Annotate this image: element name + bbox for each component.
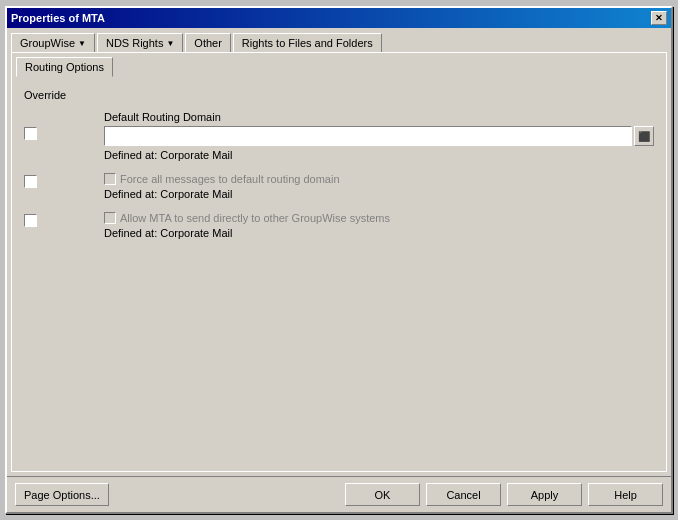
- tab-panel: Routing Options Override: [11, 52, 667, 472]
- override-checkbox-1[interactable]: [24, 127, 37, 140]
- override-label: Override: [24, 89, 66, 101]
- help-button[interactable]: Help: [588, 483, 663, 506]
- force-messages-checkbox-item: Force all messages to default routing do…: [104, 173, 654, 185]
- window-content: GroupWise ▼ NDS Rights ▼ Other Rights to…: [7, 28, 671, 476]
- title-bar: Properties of MTA ✕: [7, 8, 671, 28]
- override-cb-col-3: [24, 212, 104, 239]
- override-cb-col-1: [24, 111, 104, 161]
- override-checkbox-3[interactable]: [24, 214, 37, 227]
- tab-groupwise[interactable]: GroupWise ▼: [11, 33, 95, 53]
- section-default-routing-domain: Default Routing Domain ⬛ Defined at: Cor…: [24, 111, 654, 161]
- tab-other[interactable]: Other: [185, 33, 231, 53]
- bottom-bar: Page Options... OK Cancel Apply Help: [7, 476, 671, 512]
- tab-nds-rights[interactable]: NDS Rights ▼: [97, 33, 183, 53]
- content-spacer: [24, 251, 654, 461]
- force-messages-field-col: Force all messages to default routing do…: [104, 173, 654, 200]
- page-options-button[interactable]: Page Options...: [15, 483, 109, 506]
- sub-tabs-row: Routing Options: [12, 53, 666, 77]
- btn-group: OK Cancel Apply Help: [345, 483, 663, 506]
- close-button[interactable]: ✕: [651, 11, 667, 25]
- allow-mta-checkbox-item: Allow MTA to send directly to other Grou…: [104, 212, 654, 224]
- ok-button[interactable]: OK: [345, 483, 420, 506]
- allow-mta-field-col: Allow MTA to send directly to other Grou…: [104, 212, 654, 239]
- tabs-row: GroupWise ▼ NDS Rights ▼ Other Rights to…: [11, 32, 667, 52]
- allow-mta-checkbox[interactable]: [104, 212, 116, 224]
- routing-domain-field-col: Default Routing Domain ⬛ Defined at: Cor…: [104, 111, 654, 161]
- allow-mta-label: Allow MTA to send directly to other Grou…: [120, 212, 390, 224]
- override-header-section: Override: [24, 87, 654, 105]
- allow-mta-defined-at: Defined at: Corporate Mail: [104, 227, 654, 239]
- force-messages-label: Force all messages to default routing do…: [120, 173, 340, 185]
- routing-domain-defined-at: Defined at: Corporate Mail: [104, 149, 654, 161]
- override-col: Override: [24, 87, 104, 105]
- window-title: Properties of MTA: [11, 12, 105, 24]
- routing-domain-input[interactable]: [104, 126, 632, 146]
- browse-button[interactable]: ⬛: [634, 126, 654, 146]
- chevron-down-icon: ▼: [78, 39, 86, 48]
- main-window: Properties of MTA ✕ GroupWise ▼ NDS Righ…: [5, 6, 673, 514]
- routing-domain-label: Default Routing Domain: [104, 111, 654, 123]
- apply-button[interactable]: Apply: [507, 483, 582, 506]
- section-force-messages: Force all messages to default routing do…: [24, 173, 654, 200]
- override-checkbox-2[interactable]: [24, 175, 37, 188]
- override-cb-col-2: [24, 173, 104, 200]
- tab-rights-files-folders[interactable]: Rights to Files and Folders: [233, 33, 382, 53]
- title-bar-buttons: ✕: [651, 11, 667, 25]
- cancel-button[interactable]: Cancel: [426, 483, 501, 506]
- section-allow-mta: Allow MTA to send directly to other Grou…: [24, 212, 654, 239]
- sub-tab-routing-options[interactable]: Routing Options: [16, 57, 113, 77]
- folder-icon: ⬛: [638, 131, 650, 142]
- force-messages-defined-at: Defined at: Corporate Mail: [104, 188, 654, 200]
- force-messages-checkbox[interactable]: [104, 173, 116, 185]
- chevron-down-icon: ▼: [166, 39, 174, 48]
- routing-domain-input-row: ⬛: [104, 126, 654, 146]
- panel-content: Override Default Routing Domain: [12, 77, 666, 471]
